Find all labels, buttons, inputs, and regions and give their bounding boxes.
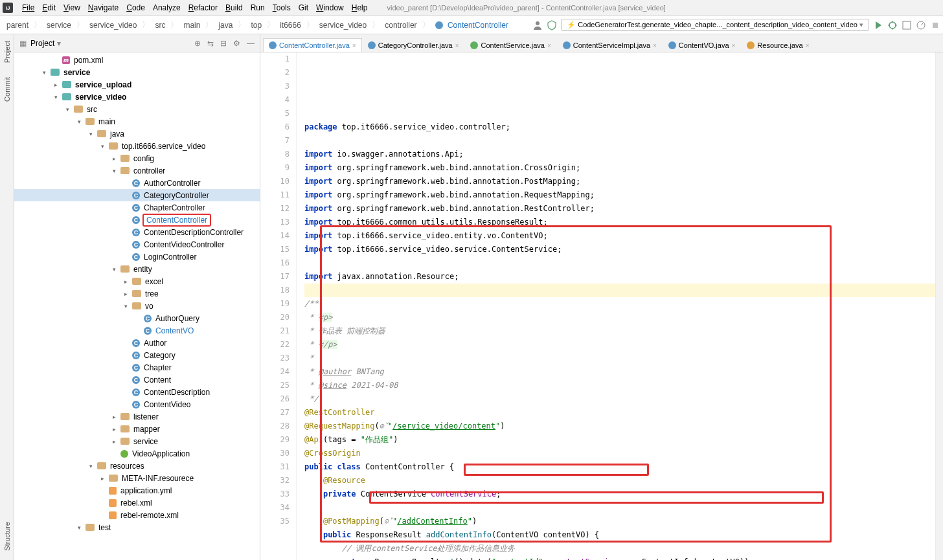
tree-item-excel[interactable]: ▸excel xyxy=(14,275,260,287)
tree-item-service-video[interactable]: ▾service_video xyxy=(14,91,260,103)
tool-window-structure[interactable]: Structure xyxy=(3,519,11,554)
menu-build[interactable]: Build xyxy=(222,2,247,14)
debug-icon[interactable] xyxy=(887,20,898,30)
editor-tab-categorycontroller[interactable]: CategoryController.java× xyxy=(362,38,465,52)
tree-item-authorcontroller[interactable]: CAuthorController xyxy=(14,177,260,189)
run-configuration-dropdown[interactable]: ⚡ CodeGeneratorTest.generate_video_chapt… xyxy=(561,19,869,31)
tree-item-top-it6666-service-video[interactable]: ▾top.it6666.service_video xyxy=(14,140,260,152)
tree-item-videoapplication[interactable]: VideoApplication xyxy=(14,447,260,460)
tree-item-chaptercontroller[interactable]: CChapterController xyxy=(14,201,260,214)
crumb-top[interactable]: top xyxy=(247,19,266,31)
tree-item-resources[interactable]: ▾resources xyxy=(14,460,260,472)
close-icon[interactable]: × xyxy=(806,42,810,49)
tree-item-contentvideo[interactable]: CContentVideo xyxy=(14,398,260,410)
crumb-main[interactable]: main xyxy=(179,19,204,31)
tree-item-authorquery[interactable]: CAuthorQuery xyxy=(14,312,260,324)
project-tree[interactable]: mpom.xml▾service▸service_upload▾service_… xyxy=(14,52,260,560)
editor-tab-contentserviceimpl[interactable]: ContentServiceImpl.java× xyxy=(557,38,663,52)
build-icon[interactable] xyxy=(547,20,557,30)
menu-analyze[interactable]: Analyze xyxy=(149,2,185,14)
tree-item-tree[interactable]: ▸tree xyxy=(14,287,260,300)
close-icon[interactable]: × xyxy=(547,42,551,49)
tree-item-content[interactable]: CContent xyxy=(14,374,260,386)
tree-arrow[interactable]: ▾ xyxy=(75,524,83,532)
tool-window-project[interactable]: Project xyxy=(3,38,11,65)
tree-arrow[interactable]: ▾ xyxy=(87,462,95,470)
crumb-service[interactable]: service xyxy=(43,19,75,31)
tree-arrow[interactable]: ▾ xyxy=(110,265,118,273)
editor-scrollbar[interactable] xyxy=(935,52,943,560)
tree-item-test[interactable]: ▾test xyxy=(14,521,260,533)
stop-icon[interactable] xyxy=(930,20,940,30)
tree-item-author[interactable]: CAuthor xyxy=(14,337,260,349)
menu-refactor[interactable]: Refactor xyxy=(185,2,222,14)
tree-item-application-yml[interactable]: application.yml xyxy=(14,484,260,497)
crumb-parent[interactable]: parent xyxy=(3,19,32,31)
tree-arrow[interactable]: ▾ xyxy=(110,167,118,175)
tree-item-service[interactable]: ▸service xyxy=(14,435,260,447)
menu-tools[interactable]: Tools xyxy=(269,2,295,14)
menu-window[interactable]: Window xyxy=(312,2,348,14)
editor-tab-contentcontroller[interactable]: ContentController.java× xyxy=(263,38,362,52)
crumb-src[interactable]: src xyxy=(151,19,169,31)
crumb-servicevideo[interactable]: service_video xyxy=(315,19,370,31)
tree-item-entity[interactable]: ▾entity xyxy=(14,263,260,275)
tree-item-service[interactable]: ▾service xyxy=(14,66,260,78)
tree-arrow[interactable]: ▾ xyxy=(87,130,95,138)
tree-item-contentvideocontroller[interactable]: CContentVideoController xyxy=(14,238,260,251)
menu-help[interactable]: Help xyxy=(348,2,372,14)
tree-arrow[interactable]: ▸ xyxy=(98,475,106,482)
tree-arrow[interactable]: ▾ xyxy=(40,69,48,76)
tree-item-contentvo[interactable]: CContentVO xyxy=(14,324,260,337)
tree-arrow[interactable]: ▾ xyxy=(52,93,60,101)
menu-navigate[interactable]: Navigate xyxy=(84,2,122,14)
tree-arrow[interactable]: ▸ xyxy=(110,425,118,433)
tree-item-meta-inf-resourece[interactable]: ▸META-INF.resourece xyxy=(14,472,260,484)
tree-arrow[interactable]: ▸ xyxy=(110,155,118,162)
tree-item-java[interactable]: ▾java xyxy=(14,128,260,140)
editor-content[interactable]: 1234567891011121314151617181920212223242… xyxy=(260,52,943,560)
crumb-java[interactable]: java xyxy=(214,19,236,31)
tree-item-logincontroller[interactable]: CLoginController xyxy=(14,251,260,263)
collapse-all-icon[interactable]: ⊟ xyxy=(220,39,227,48)
crumb-it6666[interactable]: it6666 xyxy=(276,19,305,31)
editor-tab-resource[interactable]: Resource.java× xyxy=(741,38,815,52)
tree-item-contentdescription[interactable]: CContentDescription xyxy=(14,386,260,398)
tree-item-mapper[interactable]: ▸mapper xyxy=(14,423,260,435)
crumb-service-video[interactable]: service_video xyxy=(85,19,141,31)
tree-item-rebel-remote-xml[interactable]: rebel-remote.xml xyxy=(14,509,260,521)
user-icon[interactable] xyxy=(532,20,543,30)
tree-arrow[interactable]: ▾ xyxy=(98,142,106,150)
tree-item-contentcontroller[interactable]: CContentController xyxy=(14,214,260,226)
tree-item-category[interactable]: CCategory xyxy=(14,349,260,361)
profiler-icon[interactable] xyxy=(916,20,926,30)
editor-tab-contentservice[interactable]: ContentService.java× xyxy=(464,38,556,52)
close-icon[interactable]: × xyxy=(455,42,459,49)
tree-item-listener[interactable]: ▸listener xyxy=(14,410,260,423)
settings-icon[interactable]: ⚙ xyxy=(233,39,240,48)
tree-arrow[interactable]: ▸ xyxy=(110,438,118,445)
tree-item-categorycontroller[interactable]: CCategoryController xyxy=(14,189,260,201)
tree-item-contentdescriptioncontroller[interactable]: CContentDescriptionController xyxy=(14,226,260,238)
menu-run[interactable]: Run xyxy=(247,2,269,14)
expand-all-icon[interactable]: ⇆ xyxy=(207,39,214,48)
tree-arrow[interactable]: ▸ xyxy=(52,81,60,89)
tree-arrow[interactable]: ▸ xyxy=(110,413,118,421)
menu-git[interactable]: Git xyxy=(295,2,312,14)
close-icon[interactable]: × xyxy=(732,42,736,49)
menu-file[interactable]: File xyxy=(18,2,38,14)
crumb-class[interactable]: ContentController xyxy=(431,19,512,31)
tree-item-main[interactable]: ▾main xyxy=(14,115,260,128)
hide-icon[interactable]: — xyxy=(247,39,255,48)
tree-arrow[interactable]: ▾ xyxy=(63,106,71,113)
run-icon[interactable] xyxy=(873,20,883,30)
tree-arrow[interactable]: ▸ xyxy=(122,290,130,298)
tree-arrow[interactable]: ▾ xyxy=(75,118,83,126)
coverage-icon[interactable] xyxy=(902,20,912,30)
close-icon[interactable]: × xyxy=(653,42,657,49)
tree-item-rebel-xml[interactable]: rebel.xml xyxy=(14,497,260,509)
editor-tab-contentvo[interactable]: ContentVO.java× xyxy=(663,38,742,52)
select-opened-file-icon[interactable]: ⊕ xyxy=(194,39,201,48)
tree-arrow[interactable]: ▾ xyxy=(122,302,130,310)
tool-window-commit[interactable]: Commit xyxy=(3,74,11,104)
